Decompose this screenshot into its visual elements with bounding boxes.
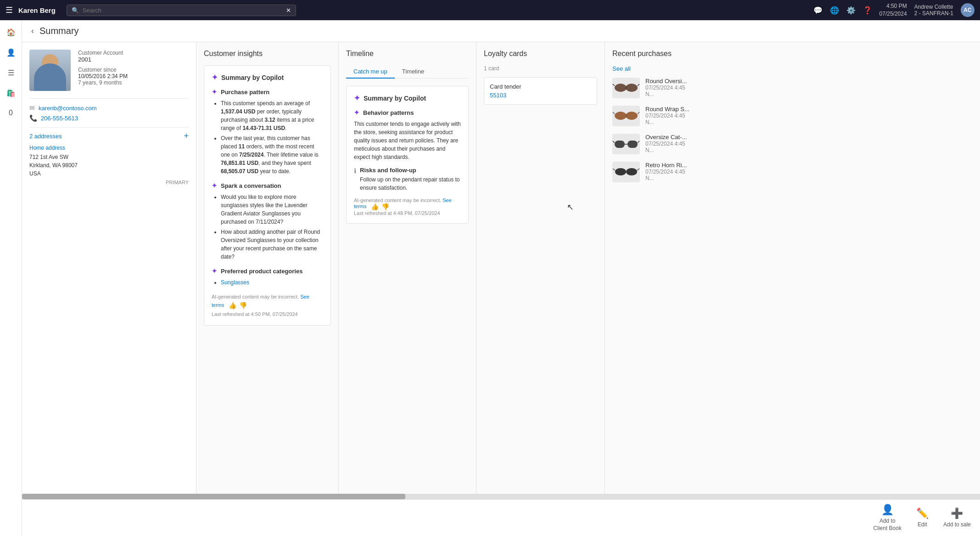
- purchase-price-4: N...: [645, 175, 973, 181]
- timeline-thumbs-down-icon[interactable]: 👎: [381, 203, 389, 210]
- timeline-thumbs-up-icon[interactable]: 👍: [371, 203, 379, 210]
- thumbs-up-icon[interactable]: 👍: [229, 301, 236, 310]
- loyalty-panel-title: Loyalty cards: [484, 50, 597, 58]
- purchase-item-4: Retro Horn Ri... 07/25/2024 4:45 N...: [612, 162, 973, 182]
- loyalty-card-label: Card tender: [490, 83, 591, 90]
- customer-since-label: Customer since: [78, 67, 189, 73]
- globe-icon[interactable]: 🌐: [830, 6, 839, 15]
- svg-point-0: [615, 84, 627, 92]
- risks-text: Follow up on the pendant repair status t…: [360, 175, 461, 192]
- purchase-name-3: Oversize Cat-...: [645, 134, 973, 141]
- loyalty-card: Card tender 55103: [484, 77, 597, 105]
- address-type: Home address: [29, 145, 189, 151]
- customer-since-date: 10/05/2016 2:34 PM: [78, 73, 189, 79]
- purchase-date-3: 07/25/2024 4:45: [645, 141, 973, 147]
- purchase-item-1: Round Oversi... 07/25/2024 4:45 N...: [612, 78, 973, 98]
- profile-photo: [29, 50, 71, 91]
- edit-label: Edit: [918, 521, 927, 529]
- chat-icon[interactable]: 💬: [813, 6, 823, 15]
- add-address-button[interactable]: +: [184, 131, 189, 141]
- svg-point-15: [615, 168, 626, 175]
- close-icon[interactable]: ✕: [286, 7, 291, 14]
- svg-line-8: [613, 112, 615, 114]
- preferred-item-link[interactable]: Sunglasses: [221, 279, 249, 286]
- topbar: ☰ Karen Berg 🔍 ✕ 💬 🌐 ⚙️ ❓ 4:50 PM 07/25/…: [0, 0, 980, 20]
- email-link[interactable]: karenb@contoso.com: [39, 105, 97, 112]
- menu-icon[interactable]: ☰: [6, 5, 13, 15]
- page-customer-name: Karen Berg: [18, 6, 56, 14]
- thumbs-down-icon[interactable]: 👎: [239, 301, 247, 310]
- insights-panel: Customer insights ✦ Summary by Copilot ✦…: [196, 42, 339, 494]
- add-client-book-label: Add toClient Book: [874, 518, 902, 532]
- customer-account-value: 2001: [78, 56, 189, 63]
- purchase-date-1: 07/25/2024 4:45: [645, 85, 973, 91]
- sidebar-item-home[interactable]: 🏠: [3, 24, 19, 40]
- svg-line-14: [638, 141, 639, 143]
- purchase-thumb-4: [612, 162, 640, 182]
- svg-line-18: [613, 169, 615, 170]
- purchase-pattern-title: Purchase pattern: [221, 89, 269, 96]
- purchases-panel: Recent purchases See all Round Overs: [605, 42, 980, 494]
- spark-bullets: Would you like to explore more sunglasse…: [212, 193, 323, 261]
- behavior-icon: ✦: [354, 109, 359, 116]
- spark-title: Spark a conversation: [221, 182, 281, 189]
- add-to-client-book-button[interactable]: 👤 Add toClient Book: [874, 504, 902, 532]
- phone-link[interactable]: 206-555-5613: [41, 115, 78, 122]
- add-sale-label: Add to sale: [943, 521, 971, 529]
- purchase-name-2: Round Wrap S...: [645, 106, 973, 113]
- purchase-name-4: Retro Horn Ri...: [645, 162, 973, 169]
- preferred-icon: ✦: [212, 267, 217, 275]
- search-input[interactable]: [83, 7, 282, 14]
- timeline-copilot-icon: ✦: [354, 94, 360, 102]
- address-text: 712 1st Ave SW Kirkland, WA 98007 USA: [29, 153, 189, 178]
- purchase-price-1: N...: [645, 91, 973, 97]
- primary-badge: PRIMARY: [29, 180, 189, 185]
- loyalty-card-value: 55103: [490, 92, 591, 99]
- help-icon[interactable]: ❓: [863, 6, 872, 15]
- page-header: ‹ Summary: [22, 20, 980, 42]
- svg-line-13: [613, 141, 615, 143]
- customer-since-duration: 7 years, 9 months: [78, 79, 189, 86]
- see-all-link[interactable]: See all: [612, 65, 973, 72]
- tab-catch-me-up[interactable]: Catch me up: [346, 65, 395, 79]
- sidebar-item-badge[interactable]: 0: [3, 105, 19, 121]
- svg-line-4: [638, 84, 639, 86]
- spark-icon: ✦: [212, 182, 217, 189]
- add-to-sale-button[interactable]: ➕ Add to sale: [943, 508, 971, 529]
- insights-panel-title: Customer insights: [204, 50, 331, 58]
- purchase-thumb-2: [612, 106, 640, 126]
- preferred-title: Preferred product categories: [221, 268, 302, 275]
- purchase-item-2: Round Wrap S... 07/25/2024 4:45 N...: [612, 106, 973, 126]
- purchase-date-4: 07/25/2024 4:45: [645, 169, 973, 175]
- phone-icon: 📞: [29, 114, 37, 122]
- horizontal-scrollbar[interactable]: [22, 494, 980, 499]
- edit-button[interactable]: ✏️ Edit: [916, 508, 929, 529]
- purchase-name-1: Round Oversi...: [645, 78, 973, 85]
- timeline-panel-title: Timeline: [346, 50, 469, 58]
- settings-icon[interactable]: ⚙️: [846, 6, 856, 15]
- addresses-title[interactable]: 2 addresses: [29, 133, 62, 140]
- purchase-bullets: This customer spends an average of 1,537…: [212, 99, 323, 175]
- phone-contact: 📞 206-555-5613: [29, 114, 189, 122]
- loyalty-panel: Loyalty cards 1 card Card tender 55103: [476, 42, 605, 494]
- search-icon: 🔍: [72, 7, 79, 14]
- timeline-copilot-title: Summary by Copilot: [364, 95, 426, 102]
- scrollbar-thumb[interactable]: [22, 494, 405, 499]
- sidebar-item-shopping[interactable]: 🛍️: [3, 85, 19, 101]
- avatar[interactable]: AC: [961, 3, 974, 17]
- purchase-thumb-1: [612, 78, 640, 98]
- search-bar[interactable]: 🔍 ✕: [67, 5, 296, 16]
- back-button[interactable]: ‹: [31, 26, 34, 36]
- add-client-book-icon: 👤: [881, 504, 894, 516]
- sidebar-item-profile[interactable]: 👤: [3, 44, 19, 61]
- svg-rect-10: [615, 141, 625, 148]
- risks-title: Risks and follow-up: [360, 167, 416, 174]
- user-info: Andrew Collette 2 - SANFRAN-1: [914, 4, 953, 17]
- timeline-footer: AI-generated content may be incorrect. S…: [354, 197, 461, 216]
- topbar-right: 💬 🌐 ⚙️ ❓ 4:50 PM 07/25/2024 Andrew Colle…: [813, 2, 974, 18]
- tab-timeline[interactable]: Timeline: [395, 65, 432, 79]
- svg-rect-11: [627, 141, 638, 148]
- svg-point-16: [626, 168, 637, 175]
- page-title: Summary: [39, 26, 79, 36]
- sidebar-item-list[interactable]: ☰: [3, 64, 19, 81]
